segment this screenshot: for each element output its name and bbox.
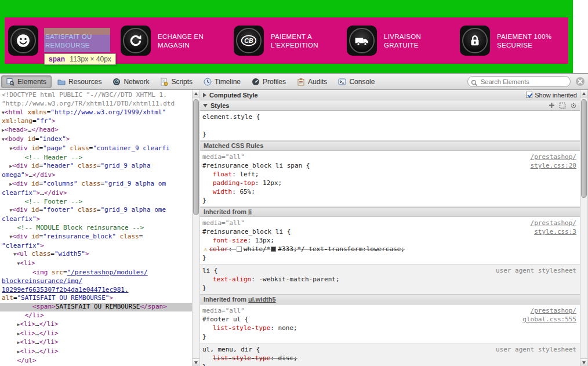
stylesheet-link[interactable]: /prestashop/style.css:3	[531, 219, 576, 236]
new-style-rule-button[interactable]	[549, 102, 555, 108]
dom-tree-line[interactable]: <!-- MODULE Block reinsurance -->	[0, 224, 192, 233]
color-swatch[interactable]	[237, 247, 242, 252]
tab-network[interactable]: Network	[107, 75, 154, 88]
dom-tree-line[interactable]: ▼<div id="reinsurance_block" class=	[0, 233, 192, 242]
search-icon	[471, 78, 478, 89]
dom-tree-line[interactable]: ▶<li>…</li>	[0, 338, 192, 347]
badge-lock	[460, 26, 490, 56]
css-rule[interactable]: /prestashop/style.css:3media="all"#reins…	[200, 217, 580, 264]
search-input[interactable]	[467, 76, 571, 87]
css-property[interactable]: width: 65%;	[202, 187, 576, 196]
banner-label-line: GRATUITE	[384, 41, 450, 50]
css-rule[interactable]: user agent stylesheetli {text-align: -we…	[200, 264, 580, 295]
css-property[interactable]: list-style-type: none;	[202, 324, 576, 332]
gear-icon[interactable]	[570, 102, 577, 109]
css-rule[interactable]: /prestashop/global.css:555media="all"#fo…	[200, 305, 580, 343]
css-property[interactable]: list-style-type: disc;	[202, 354, 576, 363]
computed-style-header[interactable]: Computed Style Show inherited	[200, 90, 580, 100]
dom-tree-line[interactable]: ▼<body id="index">	[0, 135, 192, 144]
dom-tree-line[interactable]: ▼<li>	[0, 259, 192, 269]
dom-tree-line[interactable]: "http://www.w3.org/TR/xhtml11/DTD/xhtml1…	[0, 100, 192, 108]
dom-tree-line[interactable]: <!DOCTYPE html PUBLIC "-//W3C//DTD XHTML…	[0, 91, 192, 100]
tab-label: Network	[124, 78, 149, 86]
dom-tree-line[interactable]: omega">…</div>	[0, 171, 192, 180]
element-style-blank[interactable]	[202, 121, 576, 130]
element-style-rule[interactable]: element.style { }	[200, 111, 580, 141]
dom-tree-line[interactable]: ▼<html xmlns="http://www.w3.org/1999/xht…	[0, 108, 192, 118]
css-property[interactable]: ⚠color: white/*#333;*/ text-transform:lo…	[202, 245, 576, 253]
dom-tree-line[interactable]: ▶<div id="header" class="grid_9 alpha	[0, 162, 192, 171]
show-inherited-checkbox[interactable]	[526, 92, 532, 98]
dom-tree-line[interactable]: blockreinsurance/img/	[0, 277, 192, 286]
inspect-padding-overlay	[44, 28, 110, 35]
banner-label-line: PAIEMENT 100%	[497, 32, 563, 41]
tooltip-tag-name: span	[49, 55, 65, 63]
dom-tree-line[interactable]: </ul>	[0, 357, 192, 365]
dom-tree-scrollbar[interactable]	[192, 90, 200, 366]
inherited-node-link[interactable]: li	[248, 208, 252, 216]
dom-tree-line[interactable]: xml:lang="fr">	[0, 117, 192, 126]
tab-scripts[interactable]: Scripts	[155, 75, 198, 88]
tab-label: Console	[349, 78, 375, 86]
tab-audits[interactable]: Audits	[292, 75, 332, 88]
css-property[interactable]: float: left;	[202, 170, 576, 179]
search-box	[467, 76, 571, 87]
dom-tree-line[interactable]: <span>SATISFAIT OU REMBOURSE</span>	[0, 303, 192, 311]
dom-tree-line[interactable]: alt="SATISFAIT OU REMBOURSE">	[0, 294, 192, 303]
css-property[interactable]: font-size: 13px;	[202, 236, 576, 245]
dom-tree-line[interactable]: ▶<head>…</head>	[0, 126, 192, 135]
scrollbar-thumb[interactable]	[581, 99, 587, 198]
color-swatch[interactable]	[271, 247, 276, 252]
network-icon	[112, 78, 121, 86]
dom-tree-line[interactable]: <!-- Footer -->	[0, 198, 192, 206]
dom-tree-line[interactable]: ▼<ul class="width5">	[0, 250, 192, 259]
smiley-icon	[10, 28, 36, 53]
tooltip-dimensions: 113px × 40px	[70, 55, 111, 63]
reinsurance-banner: SATISFAIT OU REMBOURSE ECHANGE EN MAGASI…	[5, 17, 568, 64]
banner-item-securise: PAIEMENT 100% SECURISE	[460, 26, 563, 56]
inspect-content-overlay	[44, 35, 110, 52]
styles-pane-scrollbar[interactable]	[580, 90, 588, 366]
css-rule[interactable]: /prestashop/style.css:20media="all"#rein…	[200, 151, 580, 207]
dom-tree-line[interactable]: clearfix">	[0, 215, 192, 224]
banner-item-label: LIVRAISON GRATUITE	[377, 26, 450, 56]
styles-header[interactable]: Styles	[200, 100, 580, 111]
css-property[interactable]: padding-top: 12px;	[202, 179, 576, 187]
inherited-node-link[interactable]: ul.width5	[248, 295, 276, 304]
dom-tree-line[interactable]: ▶<li>…</li>	[0, 320, 192, 329]
close-devtools-button[interactable]	[576, 77, 585, 86]
dom-tree-line[interactable]: "clearfix">	[0, 242, 192, 251]
tab-console[interactable]: Console	[333, 75, 380, 88]
dom-tree-line[interactable]: ▶<li>…</li>	[0, 329, 192, 339]
banner-item-label: PAIEMENT 100% SECURISE	[490, 26, 563, 56]
dom-tree-line[interactable]: <img src="/prestashop/modules/	[0, 269, 192, 277]
dom-tree-line[interactable]: ▼<div id="page" class="container_9 clear…	[0, 144, 192, 154]
stylesheet-link[interactable]: /prestashop/style.css:20	[531, 153, 576, 170]
styles-section-header: Inherited fromul.width5	[200, 295, 580, 305]
scroll-down-button[interactable]	[580, 358, 587, 366]
banner-item-livraison: LIVRAISON GRATUITE	[347, 26, 450, 56]
tab-resources[interactable]: Resources	[52, 75, 107, 88]
css-property[interactable]: text-align: -webkit-match-parent;	[202, 275, 576, 284]
tab-elements[interactable]: Elements	[1, 75, 52, 88]
dom-tree-line[interactable]: ▶<li>…</li>	[0, 347, 192, 357]
elements-icon	[6, 78, 14, 86]
stylesheet-link[interactable]: /prestashop/global.css:555	[522, 306, 576, 324]
element-state-button[interactable]	[559, 102, 566, 109]
warning-icon: ⚠	[204, 245, 208, 253]
css-rule[interactable]: user agent stylesheetul, menu, dir {list…	[200, 343, 580, 366]
scroll-down-button[interactable]	[193, 358, 199, 366]
badge-satisfait	[8, 26, 38, 56]
scrollbar-thumb[interactable]	[193, 99, 199, 215]
tab-timeline[interactable]: Timeline	[198, 75, 246, 88]
scroll-up-button[interactable]	[580, 90, 587, 97]
dom-tree-line[interactable]: 10299ef6635307f2b4da1e04471ec981.	[0, 286, 192, 295]
dom-tree-line[interactable]: clearfix">…</div>	[0, 189, 192, 198]
badge-cb: CB	[234, 26, 264, 56]
dom-tree-line[interactable]: ▶<div id="columns" class="grid_9 alpha o…	[0, 180, 192, 189]
dom-tree-line[interactable]: ▼<div id="footer" class="grid_9 alpha om…	[0, 206, 192, 215]
dom-tree-line[interactable]: <!-- Header -->	[0, 154, 192, 162]
dom-tree-line[interactable]: </li>	[0, 311, 192, 320]
tab-profiles[interactable]: Profiles	[246, 75, 291, 88]
scroll-up-button[interactable]	[193, 90, 199, 97]
